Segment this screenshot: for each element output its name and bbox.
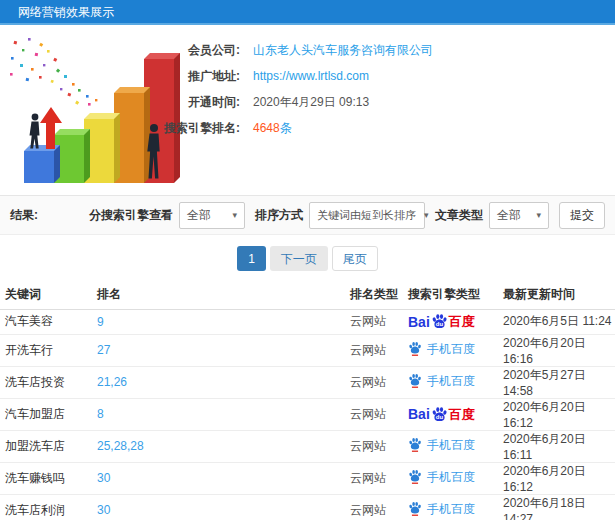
info-row-open-time: 开通时间: 2020年4月29日 09:13 <box>140 89 610 115</box>
engine-filter-label: 分搜索引擎查看 <box>89 207 173 224</box>
confetti-dots <box>10 38 97 106</box>
baidu-paw-icon: du <box>431 406 448 423</box>
company-label: 会员公司: <box>140 37 240 63</box>
rank-type-cell: 云网站 <box>350 462 408 494</box>
baidu-bai-text: Bai <box>408 407 430 421</box>
baidu-mobile-paw-icon <box>408 373 422 388</box>
update-time-cell: 2020年6月20日 16:16 <box>503 334 615 366</box>
article-type-filter-value: 全部 <box>497 207 521 224</box>
rank-count-number: 4648 <box>253 121 280 135</box>
sort-filter-select[interactable]: 关键词由短到长排序 ▾ <box>309 202 425 229</box>
article-type-filter-label: 文章类型 <box>435 207 483 224</box>
baidu-pc-logo: Bai du 百度 <box>408 406 475 423</box>
table-row: 加盟洗车店 25,28,28 云网站 手机百度 2020年6月20日 16:11 <box>0 430 615 462</box>
page-title-bar: 网络营销效果展示 <box>0 0 615 25</box>
engine-type-cell: 手机百度 <box>408 430 503 462</box>
table-row: 洗车店利润 30 云网站 手机百度 2020年6月18日 14:27 <box>0 494 615 520</box>
header-rank: 排名 <box>97 281 350 309</box>
engine-type-cell: 手机百度 <box>408 366 503 398</box>
page-title: 网络营销效果展示 <box>18 5 114 19</box>
engine-filter-select[interactable]: 全部 ▾ <box>179 202 245 229</box>
page-button-last[interactable]: 尾页 <box>332 246 378 271</box>
rank-link[interactable]: 8 <box>97 407 104 421</box>
table-body: 汽车美容 9 云网站 Bai du 百度 2020年6月5日 11:24 开洗车… <box>0 309 615 520</box>
member-info-section: 会员公司: 山东老人头汽车服务咨询有限公司 推广地址: https://www.… <box>0 25 615 195</box>
engine-type-cell: 手机百度 <box>408 462 503 494</box>
baidu-pc-logo: Bai du 百度 <box>408 313 475 330</box>
table-row: 汽车美容 9 云网站 Bai du 百度 2020年6月5日 11:24 <box>0 309 615 334</box>
baidu-mobile-paw-icon <box>408 341 422 356</box>
baidu-mobile-logo: 手机百度 <box>408 341 475 356</box>
engine-type-cell: 手机百度 <box>408 494 503 520</box>
info-row-url: 推广地址: https://www.lrtlsd.com <box>140 63 610 89</box>
engine-type-cell: Bai du 百度 <box>408 398 503 430</box>
promotion-url-link[interactable]: https://www.lrtlsd.com <box>253 63 369 89</box>
rank-type-cell: 云网站 <box>350 309 408 334</box>
engine-type-cell: 手机百度 <box>408 334 503 366</box>
filter-bar: 结果: 分搜索引擎查看 全部 ▾ 排序方式 关键词由短到长排序 ▾ 文章类型 全… <box>0 195 615 235</box>
rank-count-value: 4648条 <box>253 115 292 141</box>
baidu-mobile-logo: 手机百度 <box>408 501 475 516</box>
sort-filter-label: 排序方式 <box>255 207 303 224</box>
page-button-current[interactable]: 1 <box>237 246 266 271</box>
rank-link[interactable]: 30 <box>97 471 110 485</box>
article-type-filter-select[interactable]: 全部 ▾ <box>489 202 549 229</box>
keyword-cell: 汽车美容 <box>0 309 97 334</box>
pagination: 1 下一页 尾页 <box>0 235 615 281</box>
rank-type-cell: 云网站 <box>350 334 408 366</box>
svg-text:du: du <box>436 414 444 420</box>
engine-filter-value: 全部 <box>187 207 211 224</box>
submit-button[interactable]: 提交 <box>559 202 605 229</box>
result-label: 结果: <box>10 207 38 224</box>
header-keyword: 关键词 <box>0 281 97 309</box>
keyword-cell: 汽车加盟店 <box>0 398 97 430</box>
rank-link[interactable]: 9 <box>97 315 104 329</box>
header-update-time: 最新更新时间 <box>503 281 615 309</box>
member-info-rows: 会员公司: 山东老人头汽车服务咨询有限公司 推广地址: https://www.… <box>140 37 610 141</box>
rank-link[interactable]: 25,28,28 <box>97 439 144 453</box>
engine-type-cell: Bai du 百度 <box>408 309 503 334</box>
baidu-mobile-logo: 手机百度 <box>408 437 475 452</box>
baidu-mobile-text: 手机百度 <box>427 343 475 355</box>
baidu-mobile-paw-icon <box>408 437 422 452</box>
keyword-cell: 开洗车行 <box>0 334 97 366</box>
rank-type-cell: 云网站 <box>350 430 408 462</box>
open-time-value: 2020年4月29日 09:13 <box>253 89 369 115</box>
header-rank-type: 排名类型 <box>350 281 408 309</box>
open-time-label: 开通时间: <box>140 89 240 115</box>
sort-filter-value: 关键词由短到长排序 <box>317 208 416 223</box>
table-row: 洗车赚钱吗 30 云网站 手机百度 2020年6月20日 16:12 <box>0 462 615 494</box>
table-row: 开洗车行 27 云网站 手机百度 2020年6月20日 16:16 <box>0 334 615 366</box>
update-time-cell: 2020年6月18日 14:27 <box>503 494 615 520</box>
chevron-down-icon: ▾ <box>232 210 237 220</box>
update-time-cell: 2020年6月5日 11:24 <box>503 309 615 334</box>
baidu-mobile-paw-icon <box>408 501 422 516</box>
baidu-paw-icon: du <box>431 313 448 330</box>
table-row: 汽车加盟店 8 云网站 Bai du 百度 2020年6月20日 16:12 <box>0 398 615 430</box>
svg-text:du: du <box>436 321 444 327</box>
person-on-bar-silhouette <box>30 114 40 149</box>
ranking-table: 关键词 排名 排名类型 搜索引擎类型 最新更新时间 汽车美容 9 云网站 Bai… <box>0 281 615 520</box>
keyword-cell: 加盟洗车店 <box>0 430 97 462</box>
baidu-mobile-text: 手机百度 <box>427 439 475 451</box>
rank-type-cell: 云网站 <box>350 366 408 398</box>
baidu-cn-text: 百度 <box>449 315 475 328</box>
keyword-cell: 洗车店利润 <box>0 494 97 520</box>
update-time-cell: 2020年6月20日 16:12 <box>503 398 615 430</box>
rank-link[interactable]: 30 <box>97 503 110 517</box>
rank-link[interactable]: 27 <box>97 343 110 357</box>
chevron-down-icon: ▾ <box>536 210 541 220</box>
rank-type-cell: 云网站 <box>350 398 408 430</box>
table-header-row: 关键词 排名 排名类型 搜索引擎类型 最新更新时间 <box>0 281 615 309</box>
baidu-mobile-text: 手机百度 <box>427 471 475 483</box>
baidu-cn-text: 百度 <box>449 408 475 421</box>
company-link[interactable]: 山东老人头汽车服务咨询有限公司 <box>253 37 433 63</box>
promotion-url-label: 推广地址: <box>140 63 240 89</box>
chevron-down-icon: ▾ <box>424 210 429 220</box>
update-time-cell: 2020年5月27日 14:58 <box>503 366 615 398</box>
keyword-cell: 洗车店投资 <box>0 366 97 398</box>
rank-link[interactable]: 21,26 <box>97 375 127 389</box>
page-button-next[interactable]: 下一页 <box>270 246 328 271</box>
baidu-bai-text: Bai <box>408 315 430 329</box>
table-row: 洗车店投资 21,26 云网站 手机百度 2020年5月27日 14:58 <box>0 366 615 398</box>
